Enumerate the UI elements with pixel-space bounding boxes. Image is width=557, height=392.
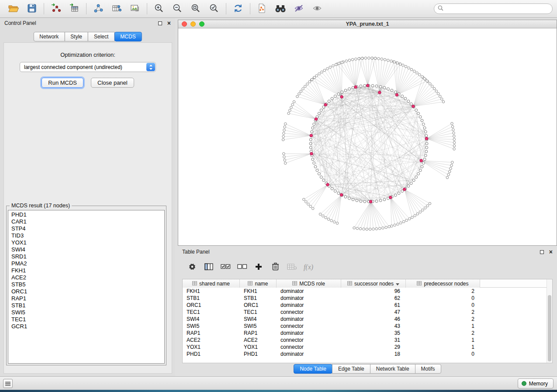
graph-node[interactable]	[453, 138, 456, 141]
graph-node[interactable]	[405, 65, 407, 68]
mcds-result-item[interactable]: PMA2	[8, 260, 164, 267]
graph-node[interactable]	[369, 228, 371, 230]
hide-graphics-button[interactable]	[290, 2, 308, 16]
graph-node[interactable]	[337, 192, 340, 195]
graph-node[interactable]	[375, 227, 378, 230]
mcds-result-item[interactable]: GCR1	[8, 323, 164, 330]
graph-node[interactable]	[298, 93, 301, 95]
show-graphics-button[interactable]	[308, 2, 326, 16]
graph-node[interactable]	[433, 87, 436, 90]
table-row[interactable]: FKH1FKH1dominator962	[183, 288, 547, 295]
graph-node[interactable]	[321, 71, 323, 73]
graph-node[interactable]	[369, 200, 372, 203]
graph-node[interactable]	[308, 81, 311, 83]
graph-node[interactable]	[413, 70, 416, 72]
mcds-result-item[interactable]: PHD1	[8, 211, 164, 218]
show-columns-button[interactable]	[201, 260, 217, 274]
column-header-name[interactable]: name	[240, 279, 277, 288]
graph-node[interactable]	[398, 192, 400, 195]
mcds-result-item[interactable]: STP4	[8, 225, 164, 232]
add-column-button[interactable]	[250, 260, 267, 274]
graph-node[interactable]	[328, 100, 330, 103]
graph-node[interactable]	[381, 58, 383, 61]
graph-node[interactable]	[379, 199, 382, 202]
network-window-titlebar[interactable]: YPA_prune.txt_1	[178, 20, 557, 28]
tab-node-table[interactable]: Node Table	[294, 364, 332, 374]
graph-node[interactable]	[296, 95, 299, 98]
graph-node[interactable]	[402, 220, 405, 223]
graph-node[interactable]	[330, 220, 333, 222]
graph-node[interactable]	[377, 58, 380, 60]
graph-node[interactable]	[395, 93, 398, 96]
graph-node[interactable]	[334, 190, 336, 193]
graph-node[interactable]	[322, 179, 325, 182]
mcds-result-item[interactable]: ORC1	[8, 288, 164, 295]
graph-node[interactable]	[424, 154, 427, 157]
zoom-fit-button[interactable]	[187, 2, 205, 16]
graph-node[interactable]	[320, 109, 322, 111]
graph-node[interactable]	[360, 85, 362, 87]
graph-node[interactable]	[425, 150, 428, 153]
graph-node[interactable]	[332, 65, 335, 67]
graph-node[interactable]	[426, 146, 428, 149]
table-scrollbar[interactable]	[547, 279, 552, 363]
search-box[interactable]	[434, 3, 553, 14]
graph-node[interactable]	[442, 100, 445, 103]
graph-node[interactable]	[375, 200, 378, 203]
graph-node[interactable]	[302, 88, 304, 90]
graph-node[interactable]	[304, 85, 307, 88]
graph-node[interactable]	[426, 205, 429, 207]
graph-node[interactable]	[453, 148, 456, 151]
table-row[interactable]: ACE2ACE2connector311	[183, 337, 547, 344]
graph-node[interactable]	[405, 219, 408, 222]
graph-node[interactable]	[451, 122, 453, 125]
tab-network-table[interactable]: Network Table	[370, 364, 415, 374]
graph-node[interactable]	[327, 218, 330, 220]
float-panel-icon[interactable]	[158, 21, 162, 25]
graph-node[interactable]	[410, 103, 412, 105]
graph-node[interactable]	[361, 57, 363, 60]
graph-node[interactable]	[426, 142, 428, 145]
graph-node[interactable]	[323, 69, 326, 72]
graph-node[interactable]	[439, 95, 442, 98]
graph-node[interactable]	[345, 60, 348, 62]
search-input[interactable]	[446, 5, 549, 12]
graph-node[interactable]	[426, 80, 429, 83]
tab-select[interactable]: Select	[88, 32, 114, 41]
graph-node[interactable]	[310, 134, 313, 137]
graph-node[interactable]	[344, 196, 347, 198]
graph-node[interactable]	[348, 197, 351, 199]
graph-node[interactable]	[371, 84, 374, 87]
graph-node[interactable]	[283, 152, 285, 155]
graph-node[interactable]	[425, 137, 428, 140]
graph-node[interactable]	[423, 127, 426, 129]
graph-node[interactable]	[384, 58, 386, 61]
search-network-button[interactable]	[271, 2, 290, 16]
network-from-table-button[interactable]	[107, 2, 126, 16]
graph-node[interactable]	[359, 227, 362, 230]
graph-node[interactable]	[416, 72, 419, 74]
mcds-result-item[interactable]: TEC1	[8, 316, 164, 323]
mcds-result-item[interactable]: SWI5	[8, 309, 164, 316]
graph-node[interactable]	[429, 83, 432, 85]
table-row[interactable]: TEC1TEC1connector472	[183, 309, 547, 316]
graph-node[interactable]	[435, 90, 438, 93]
graph-node[interactable]	[410, 69, 413, 71]
table-row[interactable]: YOX1YOX1connector291	[183, 344, 547, 351]
graph-node[interactable]	[311, 131, 313, 133]
graph-node[interactable]	[419, 169, 422, 172]
graph-node[interactable]	[396, 62, 399, 65]
close-panel-button[interactable]: Close panel	[91, 78, 134, 88]
graph-node[interactable]	[422, 209, 424, 211]
graph-node[interactable]	[355, 58, 357, 61]
graph-node[interactable]	[283, 156, 286, 158]
tab-edge-table[interactable]: Edge Table	[332, 364, 370, 374]
status-menu-button[interactable]	[3, 379, 13, 388]
zoom-in-button[interactable]	[150, 2, 168, 16]
graph-node[interactable]	[309, 138, 312, 141]
function-builder-button[interactable]: f(x)	[300, 260, 317, 274]
graph-node[interactable]	[334, 95, 336, 97]
graph-node[interactable]	[353, 227, 356, 229]
graph-node[interactable]	[351, 58, 354, 61]
graph-node[interactable]	[453, 135, 456, 138]
